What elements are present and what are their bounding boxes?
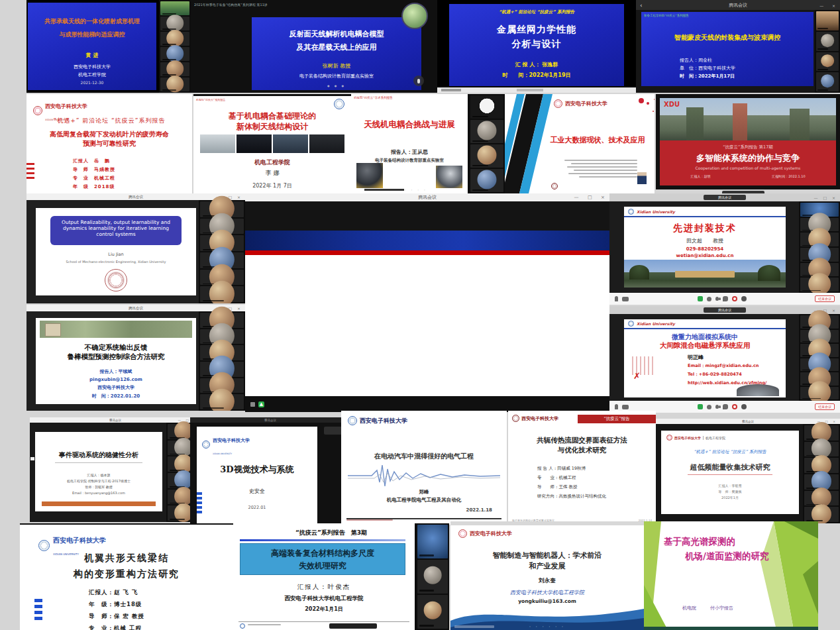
page-thumbnail[interactable] — [30, 457, 34, 460]
xidian-seal-icon — [348, 416, 357, 425]
webcam-video[interactable] — [417, 525, 448, 558]
slide-header-band: Xidian University — [624, 319, 786, 329]
date: 2022.1.18 — [466, 507, 492, 513]
phone: 029-88202954 — [624, 246, 786, 252]
speaker: 汇报人：叶俊杰 — [233, 583, 415, 592]
footer-logo — [240, 623, 245, 629]
window-controls[interactable]: — × — [819, 3, 837, 7]
participant-video-cell[interactable] — [160, 17, 189, 30]
series-header: 装备工程学科群“抗疫云”系列报告 — [644, 14, 689, 17]
presenter-line: 报告人：王从思 — [351, 148, 468, 156]
window-controls[interactable]: — □ × — [574, 195, 607, 200]
slide-center — [245, 255, 609, 396]
dome-photo — [737, 384, 779, 396]
slide-title-2: 构的变形重构方法研究 — [20, 568, 233, 580]
footer-presenter: 机电院 付小宁报告 — [682, 605, 733, 611]
share-arrow-icon: ▲ — [258, 401, 264, 407]
avatar — [478, 146, 497, 165]
info-line: 专 业：机械 工程 — [89, 625, 142, 630]
window-controls[interactable]: — □ × — [814, 195, 837, 200]
university-name: 西安电子科技大学 — [213, 438, 250, 443]
participant-video-cell[interactable] — [800, 278, 839, 291]
series-badge: “抗疫云”报告 — [578, 415, 656, 423]
info-line: Email：benyuanyang@163.com — [72, 491, 125, 495]
info-line: 西安电子科技大学 — [97, 384, 134, 391]
chat-icon[interactable] — [723, 404, 728, 409]
affiliation: School of Mechano-electronic Engineering… — [36, 260, 196, 264]
participant-video-cell[interactable] — [470, 144, 503, 168]
settings-icon[interactable] — [741, 296, 747, 301]
slide-title: 3D视觉技术与系统 — [197, 464, 317, 476]
progress-bar — [364, 189, 404, 191]
invite-icon[interactable] — [707, 297, 711, 301]
lab: 电子装备结构设计教育部重点实验室 — [252, 73, 421, 79]
participant-video-cell[interactable] — [816, 72, 839, 91]
camera-icon[interactable] — [622, 405, 629, 409]
antenna-photo-2 — [436, 166, 462, 188]
participant-video-cell[interactable] — [160, 78, 189, 91]
back-icon[interactable]: ‹ — [640, 2, 643, 9]
participant-video-cell[interactable] — [160, 32, 189, 46]
participant-video-cell[interactable] — [816, 32, 839, 51]
end-meeting-button[interactable]: 结束会议 — [815, 295, 835, 302]
edge-marks — [26, 160, 34, 182]
record-icon[interactable] — [732, 296, 737, 301]
end-meeting-button[interactable]: 结束会议 — [815, 403, 835, 410]
chat-icon[interactable] — [723, 296, 728, 301]
info-line: 导 师：保 宏 教授 — [89, 613, 144, 621]
participant-video-cell[interactable] — [200, 394, 244, 409]
avatar — [812, 504, 831, 523]
mic-icon[interactable] — [413, 76, 424, 86]
presenter-info: 汇报人 岳 鹏导 师 马娟教授专 业 机械工程年 级 2018级 — [73, 156, 115, 191]
slide-r4b: 西安电子科技大学 XIDIAN UNIVERSITY 3D视觉技术与系统 史安全… — [197, 427, 317, 525]
participant-video-cell[interactable] — [200, 286, 244, 302]
participant-video-cell[interactable] — [470, 169, 503, 192]
title-box: 高端装备复合材料结构多尺度 失效机理研究 — [240, 543, 405, 575]
photo-strip — [200, 134, 344, 153]
slide-title: 反射面天线解析机电耦合模型 — [254, 29, 419, 39]
settings-icon[interactable] — [741, 404, 747, 409]
info-line: 年 级 2018级 — [73, 184, 115, 190]
camera-icon[interactable] — [622, 297, 629, 301]
campus-photo: XDU — [660, 98, 836, 140]
window-titlebar: 腾讯会议 — □ × — [30, 417, 201, 423]
mic-icon[interactable] — [615, 296, 618, 301]
participant-video-cell[interactable] — [160, 62, 189, 76]
webcam-video[interactable] — [160, 1, 189, 15]
x-mark-graphic: ✗ — [633, 371, 641, 381]
info-line: pingxubin@126.com — [89, 377, 142, 382]
share-screen-icon[interactable] — [698, 296, 703, 301]
avatar — [478, 170, 497, 189]
mic-icon[interactable] — [615, 404, 618, 409]
participant-video-cell[interactable] — [160, 47, 189, 61]
invite-icon[interactable] — [707, 405, 711, 409]
window-title: 腾讯会议 — [729, 2, 747, 9]
webcam-video[interactable] — [816, 11, 839, 30]
members-icon[interactable] — [715, 405, 719, 409]
participant-video-cell[interactable] — [800, 387, 839, 400]
participant-video-cell[interactable] — [816, 52, 839, 72]
slide-r2c: 机电院“抗疫云”学术系列报告 天线机电耦合挑战与进展 报告人：王从思 电子装备结… — [351, 94, 468, 193]
slide-tile-r2a: 西安电子科技大学 XIDIAN UNIVERSITY “机遇+” 前沿论坛 “抗… — [26, 94, 192, 193]
affiliation: 西安电子科技大学机电工程学院 — [450, 589, 644, 596]
record-icon[interactable] — [250, 402, 255, 407]
slide-title: 不确定系统输出反馈 — [36, 343, 196, 352]
meeting-tile-r1a: 共形承载天线的一体化喷射成形机理 与成形性能梯向适应调控 黄 进 西安电子科技大… — [26, 0, 191, 93]
footer-smudge — [346, 519, 393, 521]
record-icon[interactable] — [732, 404, 737, 409]
info-line: 汇报人：赵 飞 飞 — [89, 589, 138, 597]
members-icon[interactable] — [715, 297, 719, 301]
webcam-bubble[interactable] — [401, 3, 428, 29]
participant-video-cell[interactable] — [417, 560, 448, 594]
window-titlebar: 腾讯会议 — □ × — [609, 193, 840, 201]
slide-title: 共形承载天线的一体化喷射成形机理 — [30, 17, 154, 26]
series-line: “机遇+” 前沿论坛 “抗疫云” 系列报告 — [661, 449, 799, 455]
panda-logo-video[interactable] — [470, 95, 503, 119]
participant-video-cell[interactable] — [804, 507, 839, 522]
date: 2021-12-30 — [28, 80, 156, 85]
slide-r4e: 西安电子科技大学 机电工程学院 “机遇+” 前沿论坛 “抗疫云” 系列报告 超低… — [661, 431, 799, 514]
share-screen-icon[interactable] — [698, 404, 703, 409]
participant-strip — [803, 424, 840, 523]
participant-video-cell[interactable] — [470, 120, 503, 143]
participant-video-cell[interactable] — [417, 595, 448, 629]
